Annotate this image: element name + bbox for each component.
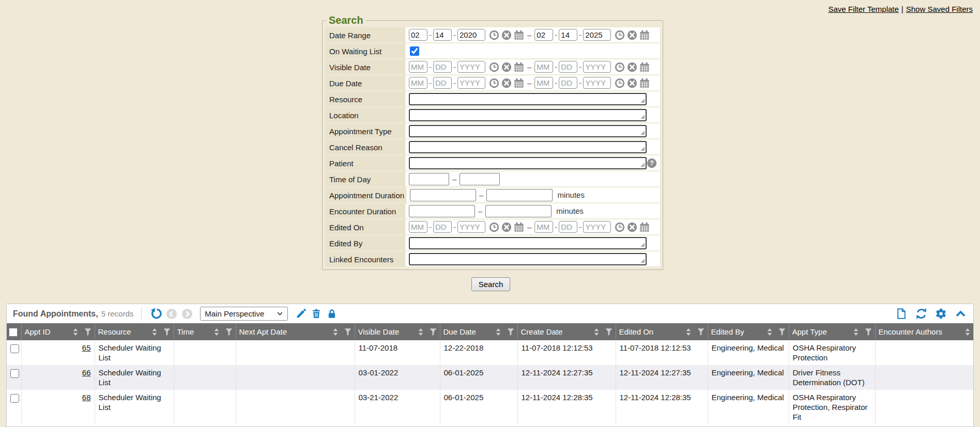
appointment-type-input[interactable]: [409, 125, 647, 137]
row-checkbox[interactable]: [10, 369, 19, 378]
edited-on-from-day-input[interactable]: [433, 221, 452, 233]
filter-funnel-icon[interactable]: [344, 328, 351, 336]
date-range-from-day-input[interactable]: [433, 29, 452, 41]
perspective-select[interactable]: Main Perspective: [200, 307, 288, 321]
filter-funnel-icon[interactable]: [163, 328, 171, 336]
edited-on-to-month-input[interactable]: [534, 221, 553, 233]
filter-funnel-icon[interactable]: [605, 328, 612, 336]
row-checkbox[interactable]: [10, 394, 19, 403]
search-button[interactable]: Search: [471, 277, 511, 291]
calendar-picker-icon[interactable]: [639, 78, 650, 88]
visible-date-from-day-input[interactable]: [433, 61, 452, 73]
filter-funnel-icon[interactable]: [865, 328, 872, 336]
sort-icon[interactable]: [495, 328, 502, 336]
time-picker-icon[interactable]: [615, 62, 625, 72]
collapse-chevron-up-icon[interactable]: [954, 307, 967, 321]
new-document-icon[interactable]: [895, 307, 908, 321]
filter-funnel-icon[interactable]: [225, 328, 233, 336]
time-picker-icon[interactable]: [615, 78, 625, 88]
sort-icon[interactable]: [417, 328, 424, 336]
sort-icon[interactable]: [151, 328, 158, 336]
refresh-icon[interactable]: [914, 307, 928, 321]
sort-icon[interactable]: [593, 328, 600, 336]
cancel-reason-input[interactable]: [409, 141, 647, 153]
clear-date-icon[interactable]: [627, 78, 637, 88]
clear-date-icon[interactable]: [501, 222, 512, 232]
due-date-from-year-input[interactable]: [457, 77, 485, 89]
save-filter-template-link[interactable]: Save Filter Template: [828, 5, 898, 13]
visible-date-to-year-input[interactable]: [583, 61, 611, 73]
location-input[interactable]: [409, 109, 647, 121]
sort-icon[interactable]: [964, 328, 971, 336]
resource-input[interactable]: [409, 93, 647, 105]
calendar-picker-icon[interactable]: [514, 78, 524, 88]
next-page-icon[interactable]: [180, 307, 194, 321]
visible-date-from-year-input[interactable]: [457, 61, 485, 73]
settings-gear-icon[interactable]: [934, 307, 947, 321]
clear-date-icon[interactable]: [627, 222, 637, 232]
calendar-picker-icon[interactable]: [514, 222, 524, 232]
time-picker-icon[interactable]: [615, 222, 625, 232]
sort-icon[interactable]: [213, 328, 220, 336]
delete-trash-icon[interactable]: [310, 307, 323, 321]
clear-date-icon[interactable]: [501, 30, 512, 40]
due-date-to-day-input[interactable]: [559, 77, 577, 89]
time-picker-icon[interactable]: [615, 30, 625, 40]
filter-funnel-icon[interactable]: [778, 328, 786, 336]
edited-on-to-year-input[interactable]: [583, 221, 611, 233]
filter-funnel-icon[interactable]: [507, 328, 514, 336]
time-of-day-to-input[interactable]: [460, 173, 500, 185]
sort-icon[interactable]: [72, 328, 79, 336]
appt-id-link[interactable]: 68: [82, 393, 91, 402]
sort-icon[interactable]: [685, 328, 692, 336]
clear-date-icon[interactable]: [627, 62, 637, 72]
lock-icon[interactable]: [325, 307, 339, 321]
calendar-picker-icon[interactable]: [514, 62, 524, 72]
visible-date-to-month-input[interactable]: [534, 61, 553, 73]
calendar-picker-icon[interactable]: [639, 30, 650, 40]
date-range-to-month-input[interactable]: [534, 29, 553, 41]
due-date-from-day-input[interactable]: [433, 77, 452, 89]
on-waiting-list-checkbox[interactable]: [410, 46, 419, 56]
clear-date-icon[interactable]: [627, 30, 637, 40]
help-icon[interactable]: [647, 158, 657, 168]
clear-date-icon[interactable]: [501, 78, 512, 88]
patient-input[interactable]: [409, 157, 647, 169]
time-picker-icon[interactable]: [489, 30, 499, 40]
row-checkbox[interactable]: [10, 344, 19, 353]
filter-funnel-icon[interactable]: [84, 328, 91, 336]
calendar-picker-icon[interactable]: [639, 222, 650, 232]
calendar-picker-icon[interactable]: [639, 62, 650, 72]
clear-date-icon[interactable]: [501, 62, 512, 72]
edited-by-input[interactable]: [409, 237, 647, 249]
time-picker-icon[interactable]: [489, 78, 499, 88]
calendar-picker-icon[interactable]: [514, 30, 524, 40]
time-picker-icon[interactable]: [489, 222, 499, 232]
visible-date-to-day-input[interactable]: [559, 61, 577, 73]
appt-id-link[interactable]: 65: [82, 343, 91, 352]
edited-on-from-year-input[interactable]: [457, 221, 485, 233]
filter-funnel-icon[interactable]: [697, 328, 705, 336]
due-date-from-month-input[interactable]: [409, 77, 427, 89]
edited-on-from-month-input[interactable]: [409, 221, 427, 233]
sort-icon[interactable]: [766, 328, 773, 336]
time-of-day-from-input[interactable]: [409, 173, 449, 185]
sort-icon[interactable]: [852, 328, 860, 336]
date-range-to-year-input[interactable]: [583, 29, 611, 41]
date-range-from-month-input[interactable]: [409, 29, 427, 41]
visible-date-from-month-input[interactable]: [409, 61, 427, 73]
linked-encounters-input[interactable]: [409, 253, 647, 265]
sort-icon[interactable]: [332, 328, 339, 336]
encounter-duration-to-input[interactable]: [485, 205, 552, 217]
edit-pencil-icon[interactable]: [294, 307, 308, 321]
undo-icon[interactable]: [149, 307, 163, 321]
appointment-duration-from-input[interactable]: [410, 189, 476, 201]
select-all-checkbox[interactable]: [9, 328, 18, 337]
previous-page-icon[interactable]: [165, 307, 178, 321]
edited-on-to-day-input[interactable]: [559, 221, 577, 233]
appointment-duration-to-input[interactable]: [486, 189, 553, 201]
appt-id-link[interactable]: 66: [82, 368, 91, 377]
due-date-to-year-input[interactable]: [583, 77, 611, 89]
show-saved-filters-link[interactable]: Show Saved Filters: [906, 5, 973, 13]
time-picker-icon[interactable]: [489, 62, 499, 72]
